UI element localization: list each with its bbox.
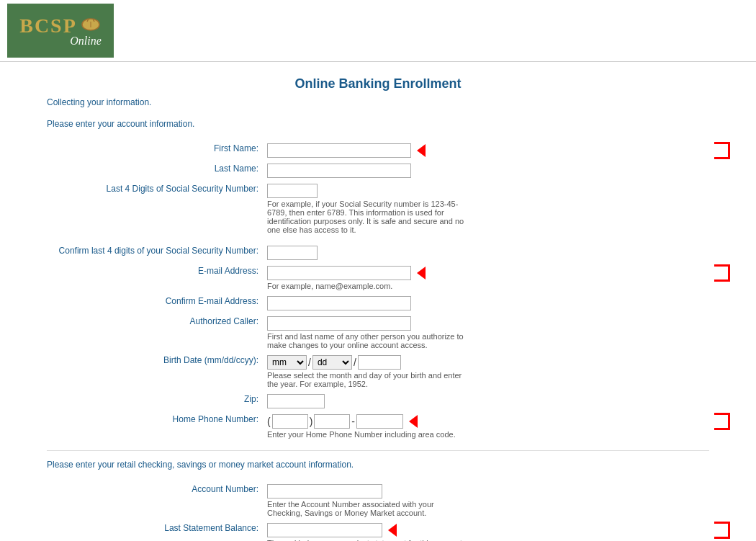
first-name-label: First Name: (214, 143, 258, 153)
last-statement-input[interactable] (267, 523, 382, 537)
header: BCSP Online (0, 0, 756, 62)
confirm-ssn-row: Confirm last 4 digits of your Social Sec… (47, 243, 709, 263)
logo: BCSP Online (7, 4, 114, 58)
phone-open-paren: ( (267, 414, 271, 429)
authorized-caller-row: Authorized Caller: First and last name o… (47, 313, 709, 352)
slash2: / (354, 357, 356, 368)
home-phone-row: Home Phone Number: ( ) - (47, 411, 709, 442)
ssn-label: Last 4 Digits of Social Security Number: (107, 184, 258, 194)
birth-year-input[interactable] (358, 355, 401, 370)
confirm-ssn-label: Confirm last 4 digits of your Social Sec… (59, 246, 258, 256)
zip-label: Zip: (244, 394, 258, 404)
birth-month-select[interactable]: mm010203040506070809101112 (267, 355, 307, 370)
email-arrow (417, 267, 426, 280)
phone-area-input[interactable] (272, 414, 308, 429)
email-hint: For example, name@example.com. (267, 282, 469, 290)
home-phone-label: Home Phone Number: (173, 414, 258, 424)
email-input[interactable] (267, 266, 411, 280)
last-statement-label: Last Statement Balance: (164, 523, 258, 533)
phone-mid-input[interactable] (314, 414, 350, 429)
page-title: Online Banking Enrollment (47, 76, 709, 91)
account-number-input[interactable] (267, 484, 382, 498)
confirm-email-label: Confirm E-mail Address: (166, 296, 258, 306)
authorized-caller-label: Authorized Caller: (190, 316, 258, 326)
birthdate-row: Birth Date (mm/dd/ccyy): mm0102030405060… (47, 352, 709, 391)
confirm-email-input[interactable] (267, 296, 411, 310)
logo-bcsp-text: BCSP (19, 14, 77, 37)
personal-info-form: First Name: Last Name: Last 4 Digi (47, 140, 709, 442)
authorized-caller-hint: First and last name of any other person … (267, 332, 469, 349)
last-name-label: Last Name: (215, 164, 258, 174)
phone-dash: - (351, 414, 355, 429)
email-bracket (714, 264, 730, 282)
first-name-bracket (714, 142, 730, 159)
home-phone-hint: Enter your Home Phone Number including a… (267, 430, 469, 439)
logo-online-text: Online (70, 35, 102, 47)
account-number-row: Account Number: Enter the Account Number… (47, 481, 709, 520)
birthdate-hint: Please select the month and day of your … (267, 371, 469, 388)
last-name-row: Last Name: (47, 161, 709, 181)
section1-header: Please enter your account information. (47, 119, 709, 129)
account-info-form: Account Number: Enter the Account Number… (47, 481, 709, 541)
email-row: E-mail Address: For example, name@exampl… (47, 263, 709, 293)
last-statement-bracket (714, 522, 730, 539)
email-label: E-mail Address: (198, 266, 258, 276)
mouse-icon (80, 16, 102, 32)
confirm-ssn-input[interactable] (267, 246, 318, 260)
section-divider (47, 450, 709, 451)
zip-row: Zip: (47, 391, 709, 411)
account-number-hint: Enter the Account Number associated with… (267, 500, 469, 517)
subtitle: Collecting your information. (47, 97, 709, 107)
phone-arrow (409, 415, 418, 428)
ssn-row: Last 4 Digits of Social Security Number:… (47, 181, 709, 237)
ssn-hint: For example, if your Social Security num… (267, 200, 469, 234)
last-statement-arrow (388, 524, 397, 537)
confirm-email-row: Confirm E-mail Address: (47, 293, 709, 313)
last-statement-row: Last Statement Balance: The end balance … (47, 520, 709, 541)
account-number-label: Account Number: (192, 484, 258, 494)
ssn-input[interactable] (267, 184, 318, 198)
main-content: Online Banking Enrollment Collecting you… (18, 62, 738, 541)
authorized-caller-input[interactable] (267, 316, 411, 331)
first-name-arrow (417, 144, 426, 157)
phone-last-input[interactable] (356, 414, 403, 429)
section2-header: Please enter your retail checking, savin… (47, 460, 709, 470)
slash1: / (308, 357, 311, 368)
birthdate-label: Birth Date (mm/dd/ccyy): (163, 355, 258, 365)
last-name-input[interactable] (267, 164, 411, 178)
birth-day-select[interactable]: dd01020304050607080910111213141516171819… (312, 355, 352, 370)
phone-close-paren: ) (310, 414, 313, 429)
first-name-input[interactable] (267, 143, 411, 158)
first-name-row: First Name: (47, 140, 709, 161)
zip-input[interactable] (267, 394, 325, 408)
phone-bracket (714, 413, 730, 430)
